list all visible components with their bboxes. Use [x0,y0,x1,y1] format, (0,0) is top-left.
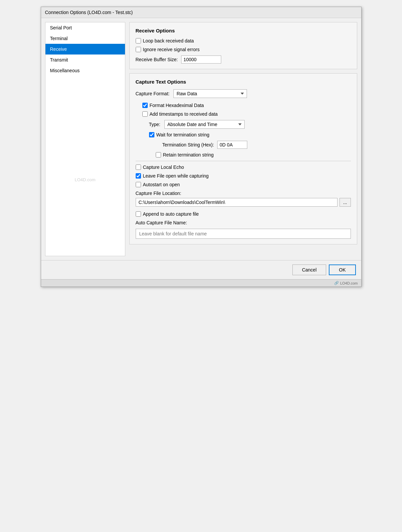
capture-local-echo-checkbox[interactable] [136,165,141,170]
leave-file-open-checkbox[interactable] [136,173,141,179]
receive-options-section: Receive Options Loop back received data … [129,22,357,69]
wait-termination-row: Wait for termination string [149,132,351,137]
append-auto-checkbox[interactable] [136,211,141,217]
loop-back-label[interactable]: Loop back received data [136,38,194,43]
auto-capture-name-input[interactable] [136,229,351,239]
append-auto-label[interactable]: Append to auto capture file [136,211,199,217]
ignore-errors-row: Ignore receive signal errors [136,47,351,52]
autostart-row: Autostart on open [136,182,351,187]
termination-string-input[interactable] [217,141,247,149]
sidebar-item-receive[interactable]: Receive [45,44,125,55]
bottom-bar: 🔗 LO4D.com [41,279,361,287]
type-row: Type: Absolute Date and Time Relative Ti… [149,120,351,129]
retain-termination-checkbox[interactable] [156,152,161,157]
ignore-errors-label[interactable]: Ignore receive signal errors [136,47,200,52]
auto-capture-name-label: Auto Capture File Name: [136,220,351,225]
capture-file-section: Capture File Location: ... [136,191,351,207]
title-bar: Connection Options (LO4D.com - Test.stc) [41,7,361,18]
sidebar: Serial Port Terminal Receive Transmit Mi… [45,22,125,256]
add-timestamps-label[interactable]: Add timestamps to received data [142,111,218,117]
capture-file-location-label: Capture File Location: [136,191,351,196]
capture-text-title: Capture Text Options [136,79,351,85]
add-timestamps-row: Add timestamps to received data [142,111,351,117]
buffer-size-row: Receive Buffer Size: [136,56,351,64]
browse-button[interactable]: ... [340,198,351,207]
termination-string-label: Termination String (Hex): [162,142,214,147]
capture-local-echo-row: Capture Local Echo [136,165,351,170]
add-timestamps-checkbox[interactable] [142,111,148,117]
bottom-bar-text: LO4D.com [340,281,358,285]
format-hex-row: Format Hexadeximal Data [142,103,351,108]
capture-format-select[interactable]: Raw Data ASCII Hex [173,89,247,98]
auto-capture-name-section: Auto Capture File Name: [136,220,351,239]
file-path-row: ... [136,198,351,207]
format-hex-label[interactable]: Format Hexadeximal Data [142,103,204,108]
main-window: Connection Options (LO4D.com - Test.stc)… [41,7,362,287]
sidebar-item-serial-port[interactable]: Serial Port [45,22,125,33]
content-area: Serial Port Terminal Receive Transmit Mi… [41,18,361,260]
append-auto-row: Append to auto capture file [136,211,351,217]
loop-back-checkbox[interactable] [136,38,141,43]
buffer-size-input[interactable] [181,56,221,64]
wait-termination-label[interactable]: Wait for termination string [149,132,210,137]
button-bar: Cancel OK [41,260,361,279]
loop-back-row: Loop back received data [136,38,351,43]
buffer-size-label: Receive Buffer Size: [136,57,178,62]
sidebar-item-terminal[interactable]: Terminal [45,33,125,44]
leave-file-open-label[interactable]: Leave File open while capturing [136,173,209,179]
divider-1 [136,161,351,161]
main-panel: Receive Options Loop back received data … [129,22,357,256]
capture-format-label: Capture Format: [136,91,170,96]
retain-termination-label[interactable]: Retain termination string [156,152,214,157]
receive-options-title: Receive Options [136,28,351,33]
bottom-bar-icon: 🔗 [334,281,339,285]
file-path-input[interactable] [136,198,338,207]
retain-termination-row: Retain termination string [156,152,351,157]
sidebar-item-transmit[interactable]: Transmit [45,55,125,65]
capture-format-row: Capture Format: Raw Data ASCII Hex [136,89,351,98]
termination-string-row: Termination String (Hex): [162,141,351,149]
type-select[interactable]: Absolute Date and Time Relative Time Non… [164,120,245,129]
ignore-errors-checkbox[interactable] [136,47,141,52]
capture-text-section: Capture Text Options Capture Format: Raw… [129,73,357,244]
sidebar-watermark: LO4D.com [45,170,125,190]
cancel-button[interactable]: Cancel [292,264,326,275]
type-label: Type: [149,122,160,127]
autostart-checkbox[interactable] [136,182,141,187]
format-hex-checkbox[interactable] [142,103,148,108]
wait-termination-checkbox[interactable] [149,132,154,137]
window-title: Connection Options (LO4D.com - Test.stc) [45,10,133,15]
leave-file-open-row: Leave File open while capturing [136,173,351,179]
sidebar-item-miscellaneous[interactable]: Miscellaneous [45,65,125,76]
capture-local-echo-label[interactable]: Capture Local Echo [136,165,184,170]
autostart-label[interactable]: Autostart on open [136,182,180,187]
ok-button[interactable]: OK [329,264,356,275]
